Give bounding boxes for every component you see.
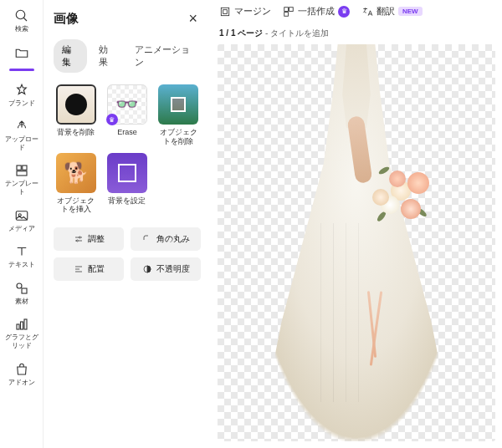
folder-icon (14, 45, 29, 60)
page-title-placeholder: タイトルを追加 (270, 28, 329, 38)
corner-icon (142, 234, 152, 244)
tool-label: オブジェクトを削除 (156, 128, 201, 146)
adjust-button[interactable]: 調整 (54, 227, 124, 251)
btn-label: 調整 (88, 233, 105, 245)
sliders-icon (74, 234, 84, 244)
canvas[interactable] (218, 44, 495, 441)
svg-point-11 (79, 237, 80, 238)
tool-thumb (107, 153, 147, 193)
corner-button[interactable]: 角の丸み (131, 227, 201, 251)
margin-button[interactable]: マージン (219, 5, 271, 18)
btn-label: 角の丸み (156, 233, 190, 245)
rail-charts[interactable]: グラフとグリッド (0, 312, 43, 354)
tool-set-bg[interactable]: 背景を設定 (105, 153, 149, 215)
image-panel: 画像 × 編集 効果 アニメーション 背景を削除 ♛ Erase オブジェクトを… (44, 0, 211, 448)
rail-addons[interactable]: アドオン (0, 357, 43, 392)
tools-grid: 背景を削除 ♛ Erase オブジェクトを削除 オブジェクトを挿入 背景を設定 (54, 84, 201, 214)
tool-label: 背景を設定 (108, 196, 146, 206)
canvas-area: マージン 一括作成 ♛ 翻訳 NEW 1 / 1 ページ - タイトルを追加 (211, 0, 502, 448)
svg-rect-3 (17, 171, 27, 176)
svg-point-6 (17, 283, 22, 288)
canvas-wrap: 1 / 1 ページ - タイトルを追加 (211, 23, 502, 448)
svg-rect-7 (22, 288, 27, 293)
rail-upload[interactable]: アップロード (0, 114, 43, 156)
tool-thumb (56, 84, 96, 125)
margin-label: マージン (234, 5, 271, 18)
rail-templates[interactable]: テンプレート (0, 158, 43, 201)
tool-erase[interactable]: ♛ Erase (105, 84, 149, 146)
translate-label: 翻訳 (376, 5, 395, 18)
template-icon (14, 163, 29, 178)
close-icon[interactable]: × (185, 7, 201, 31)
canvas-image[interactable] (239, 44, 474, 441)
tool-remove-object[interactable]: オブジェクトを削除 (156, 84, 201, 146)
bag-icon (14, 362, 29, 377)
svg-rect-8 (17, 324, 19, 329)
crown-icon: ♛ (106, 114, 118, 125)
panel-header: 画像 × (54, 7, 201, 31)
rail-label: テキスト (8, 261, 35, 269)
rail-media[interactable]: メディア (0, 203, 43, 238)
svg-rect-15 (223, 9, 228, 13)
svg-rect-2 (22, 165, 26, 170)
rail-home[interactable] (0, 40, 43, 65)
chart-icon (14, 317, 29, 332)
media-icon (14, 208, 29, 223)
rail-search[interactable]: 検索 (0, 3, 43, 38)
tab-animation[interactable]: アニメーション (126, 39, 201, 73)
rail-label: アドオン (8, 379, 35, 387)
search-icon (14, 8, 29, 23)
rail-label: ブランド (8, 99, 35, 108)
tool-label: Erase (117, 128, 137, 137)
rail-indicator (9, 69, 34, 71)
adjust-buttons: 調整 角の丸み 配置 不透明度 (54, 227, 201, 281)
translate-button[interactable]: 翻訳 NEW (361, 5, 423, 18)
tool-label: オブジェクトを挿入 (54, 196, 98, 215)
align-button[interactable]: 配置 (54, 257, 124, 281)
tool-thumb: ♛ (107, 84, 147, 125)
brand-icon (14, 83, 29, 98)
translate-icon (361, 6, 373, 18)
rail-label: テンプレート (2, 180, 41, 196)
left-rail: 検索 ブランド アップロード テンプレート メディア テキスト 素材 グラフとグ… (0, 0, 44, 448)
svg-rect-9 (20, 322, 23, 329)
svg-rect-16 (284, 7, 289, 11)
tool-remove-bg[interactable]: 背景を削除 (54, 84, 98, 146)
tool-insert-object[interactable]: オブジェクトを挿入 (54, 153, 98, 215)
bulk-icon (283, 6, 295, 18)
rail-elements[interactable]: 素材 (0, 276, 43, 311)
svg-rect-10 (24, 319, 27, 329)
rail-label: メディア (8, 225, 35, 233)
rail-label: グラフとグリッド (2, 333, 41, 349)
tool-thumb (56, 153, 96, 193)
margin-icon (219, 6, 231, 18)
upload-icon (14, 119, 29, 134)
btn-label: 配置 (88, 263, 105, 275)
page-info[interactable]: 1 / 1 ページ - タイトルを追加 (218, 23, 495, 44)
crown-icon: ♛ (338, 6, 350, 18)
rail-label: 素材 (15, 298, 28, 306)
page-number: 1 / 1 ページ (219, 28, 263, 38)
opacity-button[interactable]: 不透明度 (131, 257, 201, 281)
bulk-button[interactable]: 一括作成 ♛ (283, 5, 350, 18)
rail-brand[interactable]: ブランド (0, 78, 43, 113)
svg-rect-14 (221, 8, 228, 15)
btn-label: 不透明度 (156, 263, 190, 275)
tab-edit[interactable]: 編集 (54, 39, 87, 73)
bulk-label: 一括作成 (298, 5, 335, 18)
rail-label: アップロード (2, 135, 41, 151)
tool-thumb (158, 84, 198, 125)
svg-point-12 (76, 240, 78, 242)
new-badge: NEW (398, 7, 423, 16)
panel-tabs: 編集 効果 アニメーション (54, 39, 201, 73)
page-sep: - (263, 28, 270, 38)
opacity-icon (142, 264, 152, 274)
panel-title: 画像 (54, 11, 79, 27)
svg-rect-1 (17, 165, 21, 170)
text-icon (14, 244, 29, 259)
align-icon (74, 264, 84, 274)
shapes-icon (14, 281, 29, 296)
tab-effects[interactable]: 効果 (90, 39, 124, 73)
svg-point-0 (16, 10, 25, 19)
rail-text[interactable]: テキスト (0, 239, 43, 274)
